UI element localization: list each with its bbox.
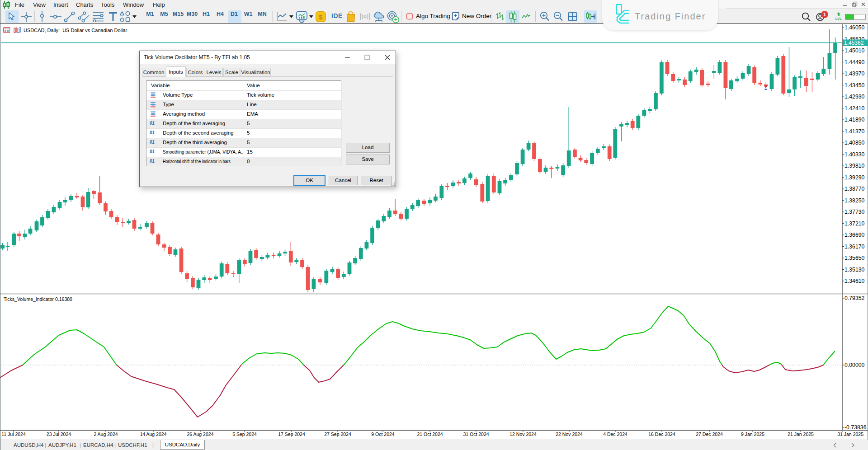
svg-text:1.39810: 1.39810: [844, 163, 865, 169]
svg-text:1.34610: 1.34610: [844, 278, 865, 284]
svg-text:31 Oct 2024: 31 Oct 2024: [463, 431, 489, 437]
svg-text:16 Dec 2024: 16 Dec 2024: [648, 431, 675, 437]
svg-text:11 Jul 2024: 11 Jul 2024: [1, 431, 26, 437]
svg-text:1.35130: 1.35130: [844, 267, 865, 273]
svg-text:1.42410: 1.42410: [844, 105, 865, 112]
svg-text:12 Nov 2024: 12 Nov 2024: [509, 431, 537, 437]
svg-text:1.42930: 1.42930: [844, 94, 865, 100]
svg-text:1.38250: 1.38250: [844, 197, 865, 204]
svg-text:1.44490: 1.44490: [844, 59, 865, 66]
svg-text:0.00000: 0.00000: [844, 362, 865, 368]
svg-text:26 Aug 2024: 26 Aug 2024: [187, 431, 214, 437]
svg-text:31 Jan 2025: 31 Jan 2025: [837, 431, 863, 437]
svg-text:17 Sep 2024: 17 Sep 2024: [278, 431, 305, 437]
svg-text:1.41370: 1.41370: [844, 128, 865, 135]
svg-text:1.45362: 1.45362: [844, 40, 864, 46]
svg-text:23 Jul 2024: 23 Jul 2024: [47, 431, 71, 437]
svg-text:Ticks_Volume_Indicator 0.16380: Ticks_Volume_Indicator 0.16380: [4, 296, 72, 302]
svg-text:1.36170: 1.36170: [844, 244, 865, 250]
svg-text:1.36690: 1.36690: [844, 232, 865, 238]
svg-text:9 Oct 2024: 9 Oct 2024: [371, 431, 395, 437]
svg-text:4 Dec 2024: 4 Dec 2024: [603, 431, 627, 437]
svg-text:5 Sep 2024: 5 Sep 2024: [232, 431, 257, 437]
svg-text:0.79352: 0.79352: [844, 295, 865, 301]
svg-text:-0.73836: -0.73836: [844, 424, 867, 431]
svg-text:1.38770: 1.38770: [844, 186, 865, 192]
svg-text:1.45010: 1.45010: [844, 47, 865, 54]
svg-text:1.46050: 1.46050: [844, 24, 865, 31]
svg-text:1.37730: 1.37730: [844, 209, 865, 215]
svg-text:21 Oct 2024: 21 Oct 2024: [417, 431, 443, 437]
svg-text:1.43450: 1.43450: [844, 82, 865, 89]
svg-text:1.35650: 1.35650: [844, 255, 865, 261]
svg-text:1.40330: 1.40330: [844, 151, 865, 158]
svg-text:1.37210: 1.37210: [844, 220, 865, 227]
svg-text:1.43970: 1.43970: [844, 70, 865, 77]
svg-text:21 Jan 2025: 21 Jan 2025: [788, 431, 814, 437]
svg-text:1.40850: 1.40850: [844, 140, 865, 146]
svg-text:22 Nov 2024: 22 Nov 2024: [556, 431, 583, 437]
svg-text:27 Sep 2024: 27 Sep 2024: [324, 431, 351, 437]
svg-text:14 Aug 2024: 14 Aug 2024: [140, 431, 167, 437]
svg-text:2 Aug 2024: 2 Aug 2024: [94, 431, 118, 437]
svg-text:1.39290: 1.39290: [844, 174, 865, 181]
svg-text:27 Dec 2024: 27 Dec 2024: [696, 431, 723, 437]
svg-text:9 Jan 2025: 9 Jan 2025: [741, 431, 764, 437]
svg-text:1.41890: 1.41890: [844, 117, 865, 123]
